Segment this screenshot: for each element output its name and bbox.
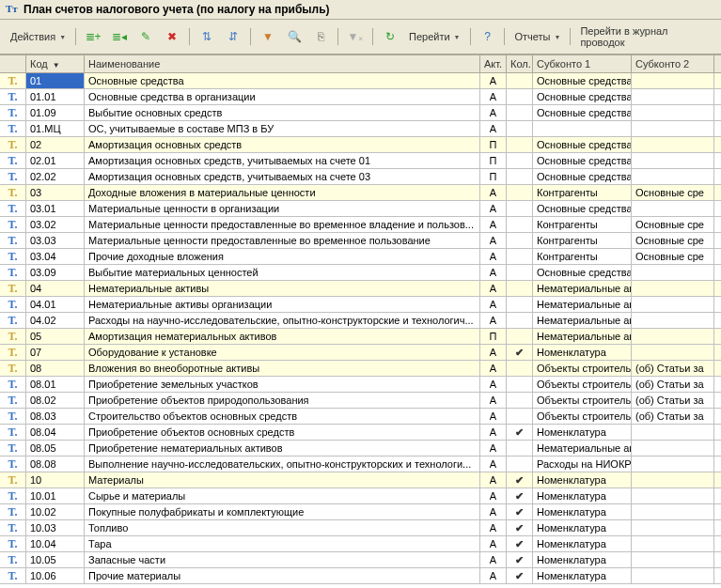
table-row[interactable]: Т.03.03Материальные ценности предоставле… xyxy=(0,233,721,249)
cell-sub1[interactable]: Основные средства xyxy=(533,73,632,88)
cell-sub1[interactable]: Основные средства xyxy=(533,169,632,184)
cell-name[interactable]: Выполнение научно-исследовательских, опы… xyxy=(85,456,480,472)
table-row[interactable]: Т.01.01Основные средства в организацииАО… xyxy=(0,89,721,105)
cell-sub2[interactable] xyxy=(632,73,714,88)
table-row[interactable]: Т.01Основные средстваАОсновные средства xyxy=(0,73,721,89)
cell-name[interactable]: Выбытие основных средств xyxy=(85,105,480,120)
cell-name[interactable]: Нематериальные активы xyxy=(85,281,480,296)
cell-name[interactable]: Топливо xyxy=(85,520,480,535)
cell-sub1[interactable] xyxy=(533,121,632,136)
table-row[interactable]: Т.07Оборудование к установкеА✔Номенклату… xyxy=(0,345,721,361)
table-row[interactable]: Т.10.06Прочие материалыА✔Номенклатура xyxy=(0,568,721,584)
table-row[interactable]: Т.03.09Выбытие материальных ценностейАОс… xyxy=(0,265,721,281)
cell-name[interactable]: Амортизация основных средств, учитываемы… xyxy=(85,153,480,168)
cell-sub1[interactable]: Нематериальные ак... xyxy=(533,329,632,344)
cell-name[interactable]: Нематериальные активы организации xyxy=(85,297,480,312)
cell-name[interactable]: Доходные вложения в материальные ценност… xyxy=(85,185,480,200)
cell-sub2[interactable] xyxy=(632,520,714,535)
cell-name[interactable]: Амортизация основных средств, учитываемы… xyxy=(85,169,480,184)
cell-sub1[interactable]: Основные средства xyxy=(533,89,632,104)
table-row[interactable]: Т.04Нематериальные активыАНематериальные… xyxy=(0,281,721,297)
cell-code[interactable]: 04 xyxy=(26,281,85,296)
table-row[interactable]: Т.03Доходные вложения в материальные цен… xyxy=(0,185,721,201)
cell-name[interactable]: Строительство объектов основных средств xyxy=(85,409,480,424)
table-row[interactable]: Т.10.01Сырье и материалыА✔Номенклатура xyxy=(0,488,721,504)
col-header-akt[interactable]: Акт. xyxy=(480,55,507,72)
cell-code[interactable]: 10.03 xyxy=(26,520,85,535)
cell-sub1[interactable]: Контрагенты xyxy=(533,233,632,248)
cell-sub2[interactable] xyxy=(632,456,714,472)
table-row[interactable]: Т.08.01Приобретение земельных участковАО… xyxy=(0,377,721,393)
cell-name[interactable]: Приобретение объектов природопользования xyxy=(85,393,480,408)
cell-code[interactable]: 08.02 xyxy=(26,393,85,408)
cell-code[interactable]: 07 xyxy=(26,345,85,360)
table-row[interactable]: Т.08.05Приобретение нематериальных актив… xyxy=(0,441,721,456)
cell-sub2[interactable] xyxy=(632,552,714,567)
cell-sub2[interactable]: Основные сре xyxy=(632,217,714,232)
cell-name[interactable]: Сырье и материалы xyxy=(85,488,480,503)
cell-sub2[interactable]: (об) Статьи за xyxy=(632,377,714,392)
clear-filter-button[interactable]: ▼ₓ xyxy=(343,26,368,47)
cell-code[interactable]: 10.02 xyxy=(26,504,85,519)
cell-sub2[interactable] xyxy=(632,297,714,312)
cell-sub1[interactable]: Объекты строитель... xyxy=(533,409,632,424)
cell-code[interactable]: 08.04 xyxy=(26,425,85,440)
goto-menu[interactable]: Перейти ▼ xyxy=(404,28,465,45)
cell-code[interactable]: 08 xyxy=(26,361,85,376)
table-row[interactable]: Т.02.01Амортизация основных средств, учи… xyxy=(0,153,721,169)
table-row[interactable]: Т.04.01Нематериальные активы организации… xyxy=(0,297,721,313)
cell-name[interactable]: Прочие материалы xyxy=(85,568,480,583)
table-row[interactable]: Т.08Вложения во внеоборотные активыАОбъе… xyxy=(0,361,721,377)
cell-sub1[interactable]: Номенклатура xyxy=(533,552,632,567)
cell-code[interactable]: 10.05 xyxy=(26,552,85,567)
refresh-button[interactable]: ↻ xyxy=(378,26,402,47)
cell-sub2[interactable]: (об) Статьи за xyxy=(632,361,714,376)
table-row[interactable]: Т.10.05Запасные частиА✔Номенклатура xyxy=(0,552,721,568)
cell-sub1[interactable]: Основные средства xyxy=(533,105,632,120)
table-row[interactable]: Т.03.01Материальные ценности в организац… xyxy=(0,201,721,217)
cell-sub2[interactable] xyxy=(632,313,714,328)
filter-button[interactable]: ▼ xyxy=(256,26,280,47)
cell-sub1[interactable]: Расходы на НИОКР xyxy=(533,456,632,472)
cell-sub1[interactable]: Нематериальные ак... xyxy=(533,313,632,328)
cell-code[interactable]: 03 xyxy=(26,185,85,200)
table-row[interactable]: Т.10МатериалыА✔Номенклатура xyxy=(0,472,721,488)
cell-sub2[interactable]: (об) Статьи за xyxy=(632,409,714,424)
cell-sub2[interactable] xyxy=(632,105,714,120)
cell-sub1[interactable]: Основные средства xyxy=(533,201,632,216)
cell-code[interactable]: 10.01 xyxy=(26,488,85,503)
cell-code[interactable]: 08.01 xyxy=(26,377,85,392)
cell-sub2[interactable] xyxy=(632,425,714,440)
cell-name[interactable]: Расходы на научно-исследовательские, опы… xyxy=(85,313,480,328)
cell-name[interactable]: Тара xyxy=(85,536,480,551)
cell-name[interactable]: Амортизация основных средств xyxy=(85,137,480,152)
cell-code[interactable]: 08.05 xyxy=(26,441,85,456)
actions-menu[interactable]: Действия ▼ xyxy=(6,28,71,45)
move-down-button[interactable]: ⇵ xyxy=(221,26,245,47)
cell-code[interactable]: 10.04 xyxy=(26,536,85,551)
cell-code[interactable]: 03.04 xyxy=(26,249,85,264)
table-row[interactable]: Т.10.04ТараА✔Номенклатура xyxy=(0,536,721,552)
table-row[interactable]: Т.01.МЦОС, учитываемые в составе МПЗ в Б… xyxy=(0,121,721,137)
cell-code[interactable]: 01.МЦ xyxy=(26,121,85,136)
cell-sub2[interactable] xyxy=(632,568,714,583)
col-header-sub1[interactable]: Субконто 1 xyxy=(533,55,632,72)
cell-code[interactable]: 01.01 xyxy=(26,89,85,104)
table-row[interactable]: Т.10.03ТопливоА✔Номенклатура xyxy=(0,520,721,536)
cell-sub1[interactable]: Контрагенты xyxy=(533,185,632,200)
cell-sub2[interactable]: Основные сре xyxy=(632,249,714,264)
cell-name[interactable]: Амортизация нематериальных активов xyxy=(85,329,480,344)
cell-name[interactable]: Вложения во внеоборотные активы xyxy=(85,361,480,376)
cell-name[interactable]: ОС, учитываемые в составе МПЗ в БУ xyxy=(85,121,480,136)
cell-sub2[interactable] xyxy=(632,281,714,296)
cell-code[interactable]: 02 xyxy=(26,137,85,152)
cell-sub2[interactable] xyxy=(632,345,714,360)
cell-name[interactable]: Прочие доходные вложения xyxy=(85,249,480,264)
table-row[interactable]: Т.10.02Покупные полуфабрикаты и комплект… xyxy=(0,504,721,520)
cell-sub1[interactable]: Объекты строитель... xyxy=(533,393,632,408)
cell-sub2[interactable] xyxy=(632,472,714,487)
cell-sub2[interactable] xyxy=(632,153,714,168)
cell-sub2[interactable] xyxy=(632,265,714,280)
cell-code[interactable]: 03.01 xyxy=(26,201,85,216)
cell-code[interactable]: 01.09 xyxy=(26,105,85,120)
